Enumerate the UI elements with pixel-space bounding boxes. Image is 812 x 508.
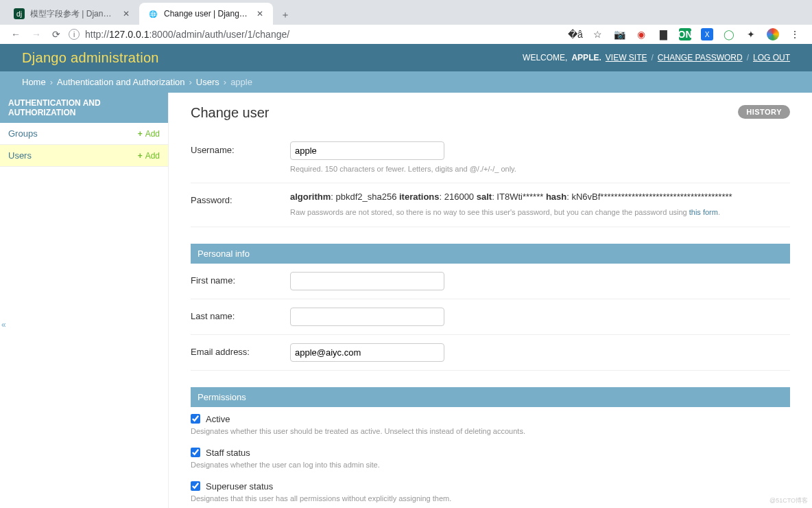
favicon-globe-icon: 🌐 (147, 8, 158, 19)
site-info-icon[interactable]: i (69, 29, 80, 40)
sidebar-model-link[interactable]: Groups (8, 128, 38, 139)
sidebar-model-link[interactable]: Users (8, 150, 32, 161)
sidebar-heading: AUTHENTICATION AND AUTHORIZATION (0, 93, 168, 123)
chevron-right-icon: › (224, 77, 226, 87)
welcome-label: WELCOME, (523, 53, 567, 62)
site-title[interactable]: Django administration (22, 50, 159, 66)
chevron-right-icon: › (50, 77, 53, 87)
history-button[interactable]: HISTORY (738, 105, 790, 119)
change-password-link[interactable]: CHANGE PASSWORD (658, 53, 743, 62)
field-email: Email address: (191, 335, 790, 371)
password-readonly: algorithm: pbkdf2_sha256 iterations: 216… (290, 192, 790, 202)
section-permissions: Permissions (191, 387, 790, 407)
profile-avatar-icon[interactable] (767, 28, 779, 41)
tab-django-docs[interactable]: dj 模型字段参考 | Django 文档 | Dj ✕ (5, 3, 139, 25)
username-help: Required. 150 characters or fewer. Lette… (290, 164, 790, 174)
extension-icon[interactable]: ▇ (657, 28, 669, 41)
field-first-name: First name: (191, 264, 790, 299)
add-group-link[interactable]: +Add (138, 129, 160, 139)
current-username: APPLE. (571, 53, 601, 62)
breadcrumb: Home › Authentication and Authorization … (0, 71, 812, 93)
chevron-right-icon: › (189, 77, 192, 87)
forward-button: → (32, 29, 41, 40)
address-bar: ← → ⟳ i http://127.0.0.1:8000/admin/auth… (0, 25, 812, 44)
add-user-link[interactable]: +Add (138, 151, 160, 161)
field-password: Password: algorithm: pbkdf2_sha256 itera… (191, 183, 790, 227)
superuser-checkbox[interactable] (191, 481, 200, 491)
field-superuser: Superuser status Designates that this us… (191, 481, 790, 508)
sidebar-item-groups: Groups +Add (0, 123, 168, 145)
record-icon[interactable]: ◉ (635, 28, 647, 41)
admin-header: Django administration WELCOME, APPLE. VI… (0, 44, 812, 71)
tab-strip: dj 模型字段参考 | Django 文档 | Dj ✕ 🌐 Change us… (0, 0, 812, 25)
separator: / (652, 53, 654, 62)
field-staff: Staff status Designates whether the user… (191, 448, 790, 481)
user-tools: WELCOME, APPLE. VIEW SITE / CHANGE PASSW… (523, 53, 790, 62)
username-label: Username: (191, 141, 290, 155)
url-text: http://127.0.0.1:8000/admin/auth/user/1/… (85, 29, 289, 40)
logout-link[interactable]: LOG OUT (753, 53, 790, 62)
field-active: Active Designates whether this user shou… (191, 407, 790, 448)
back-button[interactable]: ← (11, 29, 21, 40)
extensions-puzzle-icon[interactable]: ✦ (745, 28, 757, 41)
section-personal-info: Personal info (191, 244, 790, 264)
last-name-label: Last name: (191, 308, 290, 321)
password-label: Password: (191, 192, 290, 205)
breadcrumb-model[interactable]: Users (196, 77, 219, 87)
staff-help: Designates whether the user can log into… (191, 461, 790, 469)
first-name-label: First name: (191, 272, 290, 286)
reload-button[interactable]: ⟳ (52, 29, 60, 40)
field-username: Username: Required. 150 characters or fe… (191, 133, 790, 183)
watermark: @51CTO博客 (769, 496, 808, 505)
password-help: Raw passwords are not stored, so there i… (290, 207, 790, 218)
tab-title: 模型字段参考 | Django 文档 | Dj (30, 8, 116, 20)
superuser-help: Designates that this user has all permis… (191, 494, 790, 503)
main-content: HISTORY Change user Username: Required. … (169, 93, 812, 508)
tab-change-user[interactable]: 🌐 Change user | Django site adm ✕ (139, 3, 273, 25)
close-icon[interactable]: ✕ (255, 9, 265, 19)
breadcrumb-current: apple (230, 77, 252, 87)
new-tab-button[interactable]: ＋ (276, 5, 295, 25)
plus-icon: + (138, 129, 143, 139)
separator: / (747, 53, 749, 62)
active-help: Designates whether this user should be t… (191, 427, 790, 435)
email-input[interactable] (290, 343, 444, 362)
camera-icon[interactable]: 📷 (613, 28, 625, 41)
translate-icon[interactable]: �â (569, 28, 582, 41)
plus-icon: + (138, 151, 143, 161)
staff-label: Staff status (206, 448, 250, 458)
url-box[interactable]: i http://127.0.0.1:8000/admin/auth/user/… (69, 29, 561, 40)
star-icon[interactable]: ☆ (591, 28, 604, 41)
extension-icon[interactable]: ◯ (723, 28, 735, 41)
username-input[interactable] (290, 141, 444, 160)
sidebar: AUTHENTICATION AND AUTHORIZATION Groups … (0, 93, 169, 508)
last-name-input[interactable] (290, 308, 444, 326)
view-site-link[interactable]: VIEW SITE (606, 53, 647, 62)
password-form-link[interactable]: this form (689, 208, 718, 216)
kebab-menu-icon[interactable]: ⋮ (789, 28, 801, 41)
field-last-name: Last name: (191, 299, 790, 335)
breadcrumb-app[interactable]: Authentication and Authorization (57, 77, 184, 87)
active-checkbox[interactable] (191, 414, 200, 424)
extension-icon[interactable]: X (701, 28, 713, 41)
extension-icons: �â ☆ 📷 ◉ ▇ ON X ◯ ✦ ⋮ (569, 28, 807, 41)
sidebar-item-users: Users +Add (0, 145, 168, 167)
browser-chrome: dj 模型字段参考 | Django 文档 | Dj ✕ 🌐 Change us… (0, 0, 812, 44)
superuser-label: Superuser status (206, 481, 273, 492)
first-name-input[interactable] (290, 272, 444, 290)
sidebar-collapse-button[interactable]: « (1, 320, 6, 330)
favicon-django-icon: dj (14, 8, 25, 19)
breadcrumb-home[interactable]: Home (22, 77, 46, 87)
page-title: Change user (191, 105, 790, 121)
close-icon[interactable]: ✕ (121, 9, 131, 19)
tab-title: Change user | Django site adm (164, 9, 250, 19)
active-label: Active (206, 414, 230, 424)
extension-on-icon[interactable]: ON (679, 28, 691, 41)
email-label: Email address: (191, 343, 290, 357)
staff-checkbox[interactable] (191, 448, 200, 457)
